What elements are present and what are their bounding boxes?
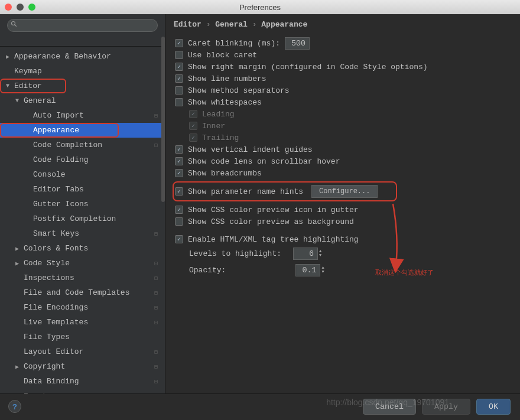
sidebar-item-label: Inspections (22, 274, 74, 282)
trailing-checkbox (189, 134, 197, 142)
project-level-icon: ⊟ (154, 363, 158, 370)
sidebar-item-label: General (22, 96, 56, 105)
sidebar-item-label: Editor (13, 82, 42, 90)
sidebar-item[interactable]: ▶Appearance & Behavior (0, 49, 165, 64)
caret-icon: ▶ (15, 363, 22, 370)
sidebar: ▶Appearance & BehaviorKeymap▼Editor▼Gene… (0, 14, 165, 393)
levels-input[interactable] (293, 248, 318, 260)
sidebar-item[interactable]: Layout Editor⊟ (0, 344, 165, 359)
sidebar-item-label: File Encodings (22, 303, 88, 312)
project-level-icon: ⊟ (154, 304, 158, 311)
search-input[interactable] (7, 19, 158, 32)
sidebar-item[interactable]: ▶Emmet (0, 389, 165, 393)
project-level-icon: ⊟ (154, 378, 158, 385)
method-sep-label: Show method separators (188, 86, 290, 95)
sidebar-item[interactable]: Data Binding⊟ (0, 374, 165, 389)
caret-blinking-checkbox[interactable] (175, 39, 183, 47)
configure-button[interactable]: Configure... (311, 185, 378, 198)
svg-line-1 (15, 25, 17, 27)
breadcrumb-item[interactable]: General (215, 20, 248, 29)
css-bg-checkbox[interactable] (175, 217, 183, 226)
project-level-icon: ⊟ (154, 230, 158, 237)
sidebar-item-label: Code Style (22, 259, 70, 268)
caret-blinking-input[interactable] (285, 37, 310, 50)
sidebar-item[interactable]: Auto Import⊟ (0, 108, 165, 123)
sidebar-item[interactable]: ▶Colors & Fonts (0, 241, 165, 256)
sidebar-item[interactable]: ▶Code Style⊟ (0, 256, 165, 271)
sidebar-item[interactable]: Inspections⊟ (0, 271, 165, 285)
tag-tree-checkbox[interactable] (175, 235, 183, 243)
annotation-text: 取消这个勾选就好了 (375, 268, 434, 277)
sidebar-item[interactable]: Appearance (0, 123, 165, 138)
levels-label: Levels to highlight: (189, 249, 281, 258)
sidebar-item[interactable]: Gutter Icons (0, 197, 165, 211)
breadcrumb-item: Appearance (261, 20, 307, 29)
sidebar-item[interactable]: Live Templates⊟ (0, 315, 165, 330)
right-margin-label: Show right margin (configured in Code St… (188, 63, 428, 71)
sidebar-item[interactable]: ▶Copyright⊟ (0, 359, 165, 374)
param-hints-checkbox[interactable] (175, 187, 183, 196)
sidebar-item-label: Appearance (32, 126, 79, 135)
breadcrumbs-checkbox[interactable] (175, 169, 183, 177)
opacity-stepper[interactable]: ▲▼ (321, 266, 324, 274)
caret-icon: ▶ (15, 245, 22, 252)
sidebar-item-label: Smart Keys (32, 229, 79, 238)
caret-icon: ▶ (6, 53, 13, 60)
sidebar-item-label: Editor Tabs (32, 185, 84, 194)
levels-stepper[interactable]: ▲▼ (319, 249, 321, 258)
svg-point-0 (12, 22, 15, 25)
sidebar-item[interactable]: File Types (0, 330, 165, 344)
whitespaces-checkbox[interactable] (175, 98, 183, 106)
project-level-icon: ⊟ (154, 112, 158, 119)
sidebar-item[interactable]: Keymap (0, 64, 165, 79)
sidebar-item-label: Code Completion (32, 141, 102, 149)
code-lens-label: Show code lens on scrollbar hover (188, 157, 340, 166)
leading-checkbox (189, 110, 197, 118)
sidebar-item[interactable]: Postfix Completion (0, 211, 165, 226)
caret-icon: ▶ (15, 393, 22, 394)
line-numbers-label: Show line numbers (188, 74, 266, 83)
caret-icon: ▼ (15, 97, 22, 104)
block-caret-checkbox[interactable] (175, 51, 183, 59)
indent-guides-checkbox[interactable] (175, 145, 183, 154)
sidebar-item-label: File Types (22, 333, 70, 341)
trailing-label: Trailing (202, 134, 239, 142)
sidebar-scrollbar[interactable] (161, 37, 165, 202)
block-caret-label: Use block caret (188, 51, 257, 60)
sidebar-item[interactable]: ▼General (0, 93, 165, 108)
opacity-input[interactable] (295, 264, 320, 276)
method-sep-checkbox[interactable] (175, 86, 183, 95)
sidebar-item[interactable]: Code Folding (0, 152, 165, 167)
breadcrumb-sep: › (252, 20, 257, 29)
project-level-icon: ⊟ (154, 289, 158, 297)
sidebar-item[interactable]: Editor Tabs (0, 182, 165, 197)
sidebar-item-label: Postfix Completion (32, 214, 116, 223)
content-panel: Editor › General › Appearance Caret blin… (165, 14, 520, 393)
sidebar-item-label: Colors & Fonts (22, 244, 88, 253)
settings-tree: ▶Appearance & BehaviorKeymap▼Editor▼Gene… (0, 47, 165, 393)
project-level-icon: ⊟ (154, 275, 158, 282)
param-hints-label: Show parameter name hints (188, 187, 303, 196)
whitespaces-label: Show whitespaces (188, 98, 262, 107)
sidebar-item-label: Layout Editor (22, 347, 83, 356)
code-lens-checkbox[interactable] (175, 157, 183, 165)
breadcrumb: Editor › General › Appearance (165, 14, 520, 35)
sidebar-item[interactable]: Smart Keys⊟ (0, 226, 165, 241)
css-bg-label: Show CSS color preview as background (188, 217, 354, 226)
css-gutter-checkbox[interactable] (175, 206, 183, 214)
sidebar-item[interactable]: ▼Editor (0, 79, 165, 93)
project-level-icon: ⊟ (154, 142, 158, 149)
sidebar-item[interactable]: Console (0, 167, 165, 182)
project-level-icon: ⊟ (154, 349, 158, 356)
right-margin-checkbox[interactable] (175, 63, 183, 71)
breadcrumb-item[interactable]: Editor (174, 20, 202, 29)
sidebar-item[interactable]: File Encodings⊟ (0, 300, 165, 315)
sidebar-item[interactable]: File and Code Templates⊟ (0, 285, 165, 300)
inner-label: Inner (202, 122, 225, 131)
help-button[interactable]: ? (8, 400, 21, 413)
inner-checkbox (189, 122, 197, 130)
line-numbers-checkbox[interactable] (175, 74, 183, 83)
sidebar-item[interactable]: Code Completion⊟ (0, 138, 165, 152)
sidebar-item-label: Live Templates (22, 318, 88, 327)
ok-button[interactable]: OK (476, 399, 511, 415)
